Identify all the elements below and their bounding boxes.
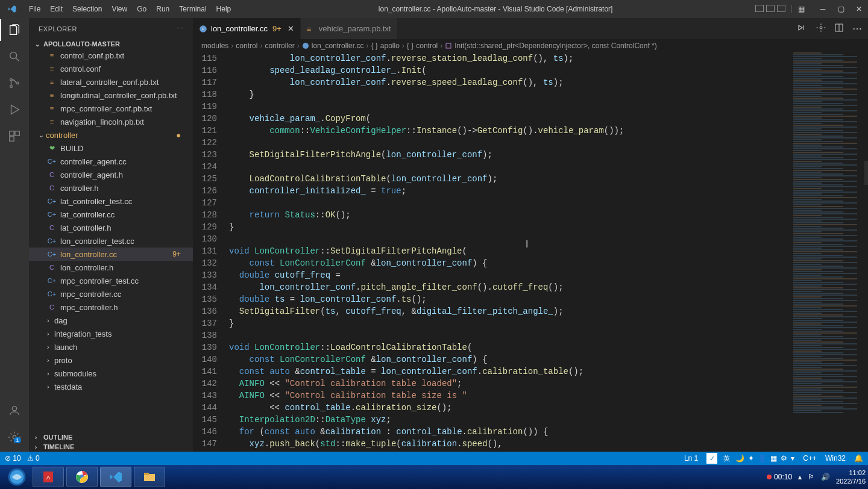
taskbar-explorer-icon[interactable] (134, 467, 165, 487)
status-language[interactable]: C++ (803, 454, 817, 463)
code-line[interactable]: 119 (193, 101, 790, 113)
accounts-icon[interactable] (7, 403, 22, 418)
more-actions-icon[interactable]: ⋯ (177, 25, 184, 33)
code-line[interactable]: 130 (193, 233, 790, 245)
tab-close-icon[interactable]: ✕ (288, 24, 294, 33)
breadcrumb-item[interactable]: control (236, 42, 257, 50)
tree-file[interactable]: ❤BUILD (29, 142, 193, 155)
menu-edit[interactable]: Edit (45, 5, 68, 13)
code-line[interactable]: 118 } (193, 89, 790, 101)
code-line[interactable]: 132 const LonControllerConf &lon_control… (193, 257, 790, 269)
breadcrumb-item[interactable]: lon_controller.cc (302, 42, 364, 50)
tree-folder[interactable]: ›dag (29, 314, 193, 327)
tree-file[interactable]: C+lon_controller.cc9+ (29, 248, 193, 261)
code-line[interactable]: 121 common::VehicleConfigHelper::Instanc… (193, 125, 790, 137)
tree-file[interactable]: ≡mpc_controller_conf.pb.txt (29, 102, 193, 115)
editor-content[interactable]: 115 lon_controller_conf.reverse_station_… (193, 52, 790, 452)
tree-file[interactable]: ≡lateral_controller_conf.pb.txt (29, 75, 193, 89)
code-line[interactable]: 140 const LonControllerConf &lon_control… (193, 354, 790, 366)
menu-help[interactable]: Help (212, 5, 236, 13)
breadcrumb-item[interactable]: { } apollo (371, 42, 399, 50)
tree-file[interactable]: C+mpc_controller.cc (29, 287, 193, 301)
ime-sparkle-icon[interactable]: ✦ (748, 454, 754, 463)
layout-panel-left-icon[interactable] (755, 5, 764, 12)
search-icon[interactable] (7, 49, 22, 64)
code-line[interactable]: 141 const auto &control_table = lon_cont… (193, 366, 790, 378)
menu-selection[interactable]: Selection (68, 5, 107, 13)
explorer-icon[interactable] (7, 23, 22, 37)
settings-gear-icon[interactable] (816, 23, 826, 35)
ime-lang[interactable]: 英 (721, 453, 732, 464)
tree-file[interactable]: ≡control.conf (29, 62, 193, 75)
code-line[interactable]: 115 lon_controller_conf.reverse_station_… (193, 52, 790, 64)
code-line[interactable]: 131void LonController::SetDigitalFilterP… (193, 245, 790, 257)
tab-vehicle-param[interactable]: ≡ vehicle_param.pb.txt (301, 18, 398, 39)
tray-chevron-icon[interactable]: ▴ (798, 473, 802, 481)
ime-moon-icon[interactable]: 🌙 (735, 454, 744, 463)
run-debug-icon[interactable] (7, 102, 22, 117)
code-line[interactable]: 120 vehicle_param_.CopyFrom( (193, 113, 790, 125)
code-line[interactable]: 135 double ts = lon_controller_conf.ts()… (193, 293, 790, 305)
tab-lon-controller[interactable]: C lon_controller.cc 9+ ✕ (193, 18, 301, 39)
menu-terminal[interactable]: Terminal (174, 5, 211, 13)
tree-folder[interactable]: ›proto (29, 354, 193, 367)
minimap[interactable] (790, 52, 868, 452)
taskbar-clock[interactable]: 11:02 2022/7/16 (836, 469, 866, 485)
code-line[interactable]: 145 Interpolation2D::DataType xyz; (193, 414, 790, 426)
code-line[interactable]: 147 xyz.push_back(std::make_tuple(calibr… (193, 438, 790, 450)
window-minimize-icon[interactable]: ─ (814, 5, 832, 13)
code-line[interactable]: 117 lon_controller_conf.reverse_speed_le… (193, 76, 790, 89)
tray-recording-icon[interactable]: 00:10 (767, 473, 792, 481)
code-line[interactable]: 138 (193, 329, 790, 341)
ime-grid-icon[interactable]: ▦ (770, 454, 777, 463)
tree-file[interactable]: ≡longitudinal_controller_conf.pb.txt (29, 89, 193, 102)
tree-file[interactable]: ≡navigation_lincoln.pb.txt (29, 115, 193, 128)
source-control-icon[interactable] (7, 76, 22, 90)
code-line[interactable]: 124 (193, 161, 790, 173)
tree-file[interactable]: Clon_controller.h (29, 261, 193, 274)
breadcrumb-item[interactable]: { } control (407, 42, 438, 50)
ime-gear-icon[interactable]: ⚙ (781, 454, 787, 463)
layout-panel-right-icon[interactable] (777, 5, 785, 12)
tree-file[interactable]: ≡control_conf.pb.txt (29, 49, 193, 62)
menu-file[interactable]: File (24, 5, 45, 13)
outline-section[interactable]: › OUTLINE (29, 432, 193, 442)
code-line[interactable]: 123 SetDigitalFilterPitchAngle(lon_contr… (193, 149, 790, 161)
code-line[interactable]: 142 AINFO << "Control calibration table … (193, 378, 790, 390)
tray-flag-icon[interactable]: 🏳 (808, 473, 815, 481)
window-close-icon[interactable]: ✕ (850, 5, 868, 13)
code-line[interactable]: 125 LoadControlCalibrationTable(lon_cont… (193, 173, 790, 185)
code-line[interactable]: 128 return Status::OK(); (193, 209, 790, 221)
code-line[interactable]: 122 (193, 137, 790, 149)
code-line[interactable]: 137} (193, 317, 790, 329)
code-line[interactable]: 129} (193, 221, 790, 233)
tree-file[interactable]: Clat_controller.h (29, 221, 193, 234)
code-line[interactable]: 146 for (const auto &calibration : contr… (193, 426, 790, 438)
code-line[interactable]: 136 SetDigitalFilter(ts, cutoff_freq, &d… (193, 305, 790, 317)
scrollbar-thumb[interactable] (864, 161, 868, 185)
code-line[interactable]: 144 << control_table.calibration_size(); (193, 402, 790, 414)
code-line[interactable]: 116 speed_leadlag_controller_.Init( (193, 64, 790, 76)
status-errors[interactable]: ⊘ 10 (5, 454, 21, 463)
tree-folder[interactable]: ›integration_tests (29, 327, 193, 340)
code-line[interactable]: 126 controller_initialized_ = true; (193, 185, 790, 197)
tree-folder[interactable]: ›launch (29, 340, 193, 354)
tree-file[interactable]: C+lat_controller.cc (29, 208, 193, 221)
run-cell-icon[interactable] (797, 23, 808, 34)
layout-panel-bottom-icon[interactable] (766, 5, 775, 12)
breadcrumb-item[interactable]: controller (265, 42, 294, 50)
status-platform[interactable]: Win32 (825, 454, 846, 463)
status-notifications-icon[interactable]: 🔔 (854, 454, 863, 463)
tree-folder[interactable]: ›testdata (29, 380, 193, 393)
status-warnings[interactable]: ⚠ 0 (27, 454, 40, 463)
tree-folder[interactable]: ⌄controller● (29, 128, 193, 142)
ime-checkbox-icon[interactable]: ✓ (706, 453, 717, 464)
tree-file[interactable]: Ccontroller_agent.h (29, 168, 193, 181)
code-line[interactable]: 143 AINFO << "Control calibration table … (193, 390, 790, 402)
tree-file[interactable]: C+controller_agent.cc (29, 155, 193, 168)
code-line[interactable]: 134 lon_controller_conf.pitch_angle_filt… (193, 281, 790, 293)
tree-file[interactable]: C+lat_controller_test.cc (29, 195, 193, 208)
breadcrumbs[interactable]: modules › control › controller › lon_con… (193, 39, 868, 52)
code-line[interactable]: 133 double cutoff_freq = (193, 269, 790, 281)
ime-person-icon[interactable]: 👤 (758, 454, 767, 463)
